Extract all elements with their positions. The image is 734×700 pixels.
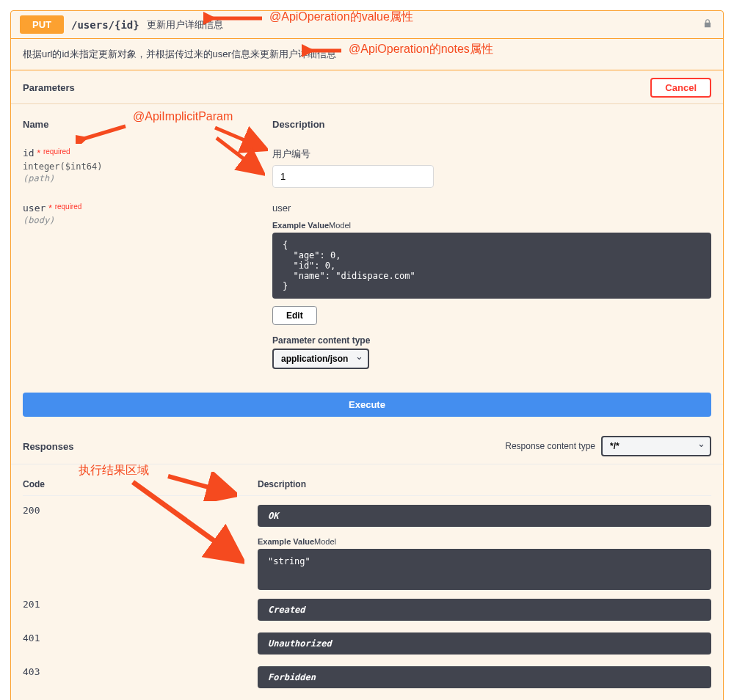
col-header-description: Description bbox=[258, 479, 711, 489]
response-code: 403 bbox=[23, 666, 258, 677]
response-content-type-select[interactable]: */* bbox=[601, 436, 711, 456]
annotation-implicit-param: @ApiImplicitParam bbox=[133, 110, 233, 123]
parameter-row: user * required (body) user Example Valu… bbox=[23, 192, 711, 373]
responses-title: Responses bbox=[23, 441, 73, 452]
param-description: 用户编号 bbox=[272, 147, 711, 161]
param-name: id bbox=[23, 147, 34, 158]
required-text: required bbox=[55, 203, 82, 211]
response-description: Forbidden bbox=[258, 666, 711, 688]
api-operation-panel: PUT /users/{id} 更新用户详细信息 @ApiOperation的v… bbox=[10, 10, 724, 700]
annotation-value-attr: @ApiOperation的value属性 bbox=[269, 10, 413, 25]
param-description: user bbox=[272, 203, 711, 214]
response-row: 404 Not Found bbox=[23, 691, 711, 700]
lock-icon[interactable] bbox=[702, 18, 713, 31]
parameter-content-type-label: Parameter content type bbox=[272, 335, 711, 346]
response-description: Created bbox=[258, 599, 711, 621]
http-method-badge: PUT bbox=[20, 15, 64, 34]
svg-line-6 bbox=[133, 482, 239, 558]
response-row: 201 Created bbox=[23, 590, 711, 624]
param-value-input[interactable] bbox=[272, 165, 434, 188]
model-label[interactable]: Model bbox=[314, 537, 336, 546]
response-code: 401 bbox=[23, 632, 258, 644]
example-value-body[interactable]: { "age": 0, "id": 0, "name": "didispace.… bbox=[272, 233, 711, 299]
col-header-description: Description bbox=[272, 119, 711, 130]
response-row: 200 OK Example ValueModel "string" bbox=[23, 496, 711, 590]
parameters-body: @ApiImplicitParam Name Description id * … bbox=[11, 104, 723, 387]
edit-button[interactable]: Edit bbox=[272, 306, 317, 325]
endpoint-path: /users/{id} bbox=[71, 19, 139, 31]
parameter-row: id * required integer($int64) (path) 用户编… bbox=[23, 143, 711, 192]
parameters-header: Parameters Cancel bbox=[11, 70, 723, 104]
annotation-arrow-icon bbox=[302, 43, 343, 58]
required-star-icon: * bbox=[37, 147, 40, 158]
responses-header: Responses Response content type */* bbox=[11, 429, 723, 464]
response-row: 403 Forbidden bbox=[23, 657, 711, 691]
response-description: Unauthorized bbox=[258, 632, 711, 655]
param-name: user bbox=[23, 203, 46, 214]
required-star-icon: * bbox=[48, 203, 52, 214]
cancel-button[interactable]: Cancel bbox=[650, 78, 711, 98]
response-content-type-label: Response content type bbox=[505, 441, 595, 451]
required-text: required bbox=[43, 147, 70, 156]
annotation-arrow-icon bbox=[214, 135, 265, 176]
parameters-title: Parameters bbox=[23, 82, 75, 93]
response-code: 201 bbox=[23, 599, 258, 610]
responses-body: 执行结果区域 Code Description 200 OK Example V… bbox=[11, 464, 723, 700]
response-example-body[interactable]: "string" bbox=[258, 549, 711, 590]
param-in: (body) bbox=[23, 215, 272, 225]
annotation-arrow-icon bbox=[203, 10, 264, 27]
parameter-content-type-select[interactable]: application/json bbox=[272, 349, 369, 369]
example-value-label[interactable]: Example Value bbox=[272, 221, 329, 230]
execute-button[interactable]: Execute bbox=[23, 393, 711, 417]
svg-line-2 bbox=[81, 126, 126, 139]
annotation-notes-attr: @ApiOperation的notes属性 bbox=[349, 42, 493, 57]
response-description: OK bbox=[258, 505, 711, 527]
operation-header[interactable]: PUT /users/{id} 更新用户详细信息 @ApiOperation的v… bbox=[11, 11, 723, 38]
operation-notes: 根据url的id来指定更新对象，并根据传过来的user信息来更新用户详细信息 @… bbox=[11, 38, 723, 70]
model-label[interactable]: Model bbox=[329, 221, 351, 230]
annotation-arrow-icon bbox=[127, 476, 244, 564]
operation-notes-text: 根据url的id来指定更新对象，并根据传过来的user信息来更新用户详细信息 bbox=[23, 48, 336, 59]
response-row: 401 Unauthorized bbox=[23, 624, 711, 657]
example-value-label[interactable]: Example Value bbox=[258, 537, 314, 546]
annotation-arrow-icon bbox=[76, 123, 127, 144]
svg-line-4 bbox=[217, 138, 261, 172]
